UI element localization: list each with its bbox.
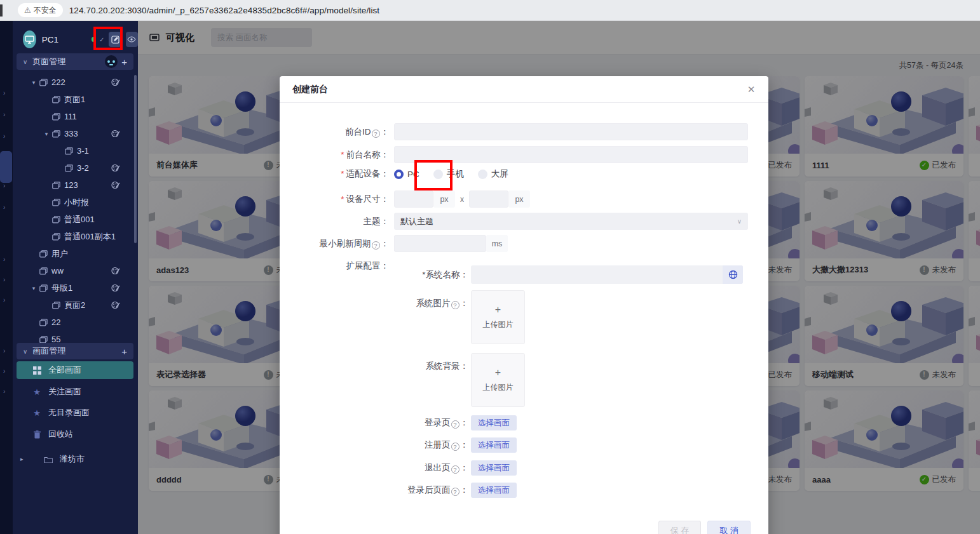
chevron-right-icon[interactable]: ▸ xyxy=(20,456,27,462)
site-id-input[interactable] xyxy=(394,123,748,140)
monitor-icon xyxy=(25,36,34,44)
page-tree: ▾ 222 ▾ 页面1 ▾ 111 ▾ 333 xyxy=(13,74,138,348)
sidebar-item-followed-screens[interactable]: ★ 关注画面 xyxy=(13,383,138,401)
close-icon[interactable]: ✕ xyxy=(744,83,758,97)
tree-item[interactable]: ▾ 123 xyxy=(13,177,138,194)
tree-item[interactable]: ▾ 111 xyxy=(13,108,138,125)
annotation-box-mobile-radio xyxy=(414,160,453,190)
help-icon[interactable]: ? xyxy=(372,130,380,138)
chevron-right-icon[interactable]: › xyxy=(3,133,5,140)
workspace-name[interactable]: PC1 xyxy=(42,35,58,44)
workspace-avatar[interactable] xyxy=(23,30,36,48)
chevron-down-icon[interactable]: ∨ xyxy=(23,58,27,65)
system-name-label: *系统名称： xyxy=(280,269,468,281)
select-after-login-screen-button[interactable]: 选择画面 xyxy=(471,483,517,498)
system-background-upload[interactable]: + 上传图片 xyxy=(471,353,525,407)
add-page-button[interactable]: + xyxy=(121,57,127,67)
tree-item[interactable]: ▾ 3-2 xyxy=(13,159,138,177)
tree-item[interactable]: ▾ 22 xyxy=(13,314,138,331)
tree-item[interactable]: ▾ ww xyxy=(13,262,138,279)
caret-down-icon[interactable]: ▾ xyxy=(43,131,50,137)
height-input[interactable] xyxy=(469,190,508,208)
chevron-right-icon[interactable]: › xyxy=(3,277,5,283)
refresh-cycle-input[interactable] xyxy=(394,235,486,252)
sidebar-item-recycle-bin[interactable]: 回收站 xyxy=(13,425,138,443)
theme-mask-icon[interactable] xyxy=(111,267,120,275)
sidebar-scrollbar[interactable] xyxy=(134,75,137,243)
i18n-globe-button[interactable] xyxy=(723,265,743,284)
save-button[interactable]: 保 存 xyxy=(658,521,702,534)
tree-item[interactable]: ▾ 页面1 xyxy=(13,91,138,108)
theme-select[interactable]: 默认主题 ∨ xyxy=(394,213,748,230)
tree-item[interactable]: ▾ 頁面2 xyxy=(13,297,138,314)
caret-down-icon[interactable]: ▾ xyxy=(31,285,37,291)
tree-item[interactable]: ▾ 3-1 xyxy=(13,142,138,159)
annotation-box-edit-button xyxy=(93,27,123,50)
tree-item-label: 22 xyxy=(51,317,60,327)
chevron-right-icon[interactable]: › xyxy=(3,368,5,375)
add-screen-button[interactable]: + xyxy=(121,346,127,357)
chevron-right-icon[interactable]: › xyxy=(3,257,5,263)
help-icon[interactable]: ? xyxy=(451,465,459,474)
help-icon[interactable]: ? xyxy=(451,443,459,451)
theme-mask-icon[interactable] xyxy=(111,284,120,292)
robot-assistant-icon[interactable] xyxy=(105,55,118,68)
system-image-upload[interactable]: + 上传图片 xyxy=(471,290,525,344)
cancel-button[interactable]: 取 消 xyxy=(707,521,751,534)
chevron-down-icon: ∨ xyxy=(737,218,742,225)
select-login-screen-button[interactable]: 选择画面 xyxy=(471,415,517,431)
rail-active-item[interactable] xyxy=(0,151,12,183)
caret-down-icon[interactable]: ▾ xyxy=(31,79,37,86)
theme-mask-icon[interactable] xyxy=(111,130,120,138)
tree-item-label: 小时报 xyxy=(64,197,89,208)
sidebar-item-all-screens[interactable]: 全部画面 xyxy=(17,361,133,379)
tree-item[interactable]: ▾ 普通001副本1 xyxy=(13,228,138,245)
theme-mask-icon[interactable] xyxy=(111,301,120,309)
radio-device-bigscreen[interactable]: 大屏 xyxy=(478,168,508,180)
tree-item[interactable]: ▾ 普通001 xyxy=(13,211,138,228)
tree-item[interactable]: ▾ 小时报 xyxy=(13,194,138,211)
tree-item[interactable]: ▾ 222 xyxy=(13,74,138,91)
tree-item[interactable]: ▾ 母版1 xyxy=(13,279,138,297)
theme-label: 主题： xyxy=(280,216,389,227)
tree-item[interactable]: ▾ 333 xyxy=(13,125,138,142)
theme-selected-value: 默认主题 xyxy=(400,216,737,227)
pages-icon xyxy=(52,302,60,309)
site-id-label: 前台ID?： xyxy=(280,126,389,138)
trash-icon xyxy=(32,431,42,439)
site-security-badge[interactable]: ⚠ 不安全 xyxy=(18,3,63,17)
help-icon[interactable]: ? xyxy=(451,488,459,496)
system-name-input[interactable] xyxy=(471,265,743,284)
section-title: 画面管理 xyxy=(32,345,121,357)
help-icon[interactable]: ? xyxy=(451,420,459,429)
help-icon[interactable]: ? xyxy=(372,241,380,250)
pages-icon xyxy=(65,147,73,155)
browser-address-bar: ⚠ 不安全 124.70.20.202:3030/admin/_p_6257e3… xyxy=(0,0,980,21)
tree-item[interactable]: ▾ 用户 xyxy=(13,245,138,262)
theme-mask-icon[interactable] xyxy=(111,181,120,189)
width-input[interactable] xyxy=(394,190,433,208)
chevron-right-icon[interactable]: › xyxy=(3,112,5,118)
chevron-right-icon[interactable]: › xyxy=(3,90,5,97)
chevron-right-icon[interactable]: › xyxy=(3,204,5,211)
chevron-right-icon[interactable]: › xyxy=(3,183,5,189)
select-logout-screen-button[interactable]: 选择画面 xyxy=(471,460,517,476)
sidebar-item-uncategorized-screens[interactable]: ★ 无目录画面 xyxy=(13,404,138,422)
chevron-right-icon[interactable]: › xyxy=(3,389,5,395)
chevron-right-icon[interactable]: › xyxy=(3,348,5,354)
pages-icon xyxy=(52,130,60,138)
theme-mask-icon[interactable] xyxy=(111,78,120,86)
section-header-screen-management[interactable]: ∨ 画面管理 + xyxy=(17,343,133,359)
sidebar-item-weifang[interactable]: ▸ 潍坊市 xyxy=(13,450,138,468)
help-icon[interactable]: ? xyxy=(451,301,459,309)
login-page-label: 登录页?： xyxy=(280,417,468,429)
chevron-down-icon[interactable]: ∨ xyxy=(23,348,27,355)
select-register-screen-button[interactable]: 选择画面 xyxy=(471,437,517,453)
height-unit: px xyxy=(508,190,530,208)
chevron-right-icon[interactable]: › xyxy=(3,297,5,304)
url-text[interactable]: 124.70.20.202:3030/admin/_p_6257e3362a2e… xyxy=(69,6,379,15)
collapsed-rail: ››››››››››› xyxy=(0,21,13,534)
theme-mask-icon[interactable] xyxy=(111,164,120,172)
preview-workspace-button[interactable] xyxy=(126,32,138,47)
section-header-page-management[interactable]: ∨ 页面管理 + xyxy=(17,53,133,70)
